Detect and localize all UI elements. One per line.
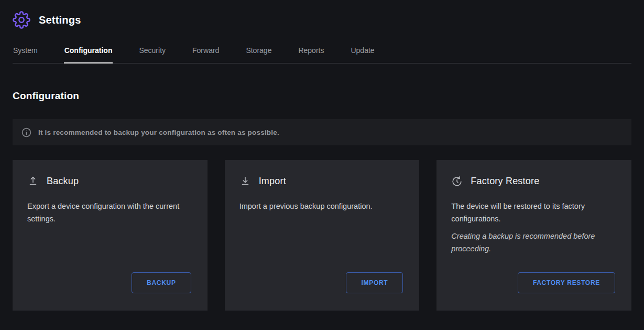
backup-card: Backup Export a device configuration wit… (13, 160, 208, 311)
import-button[interactable]: IMPORT (346, 272, 403, 293)
tab-forward[interactable]: Forward (192, 42, 220, 63)
backup-card-title: Backup (47, 176, 79, 187)
factory-restore-card-description: The device will be restored to its facto… (451, 200, 617, 226)
tab-security[interactable]: Security (138, 42, 166, 63)
recommendation-banner: It is recommended to backup your configu… (13, 119, 631, 145)
card-grid: Backup Export a device configuration wit… (13, 160, 631, 311)
factory-restore-card-header: Factory Restore (451, 175, 617, 187)
page-header: Settings (13, 0, 631, 33)
factory-restore-card-note: Creating a backup is recommended before … (451, 230, 617, 256)
settings-page: Settings System Configuration Security F… (0, 0, 644, 311)
section-title: Configuration (13, 90, 631, 102)
tab-system[interactable]: System (13, 42, 38, 63)
download-icon (239, 175, 251, 187)
backup-card-header: Backup (27, 175, 193, 187)
factory-restore-card: Factory Restore The device will be resto… (436, 160, 631, 311)
import-card-title: Import (259, 176, 286, 187)
backup-card-description: Export a device configuration with the c… (27, 200, 193, 226)
import-card-description: Import a previous backup configuration. (239, 200, 405, 213)
tab-update[interactable]: Update (350, 42, 375, 63)
import-card-header: Import (239, 175, 405, 187)
tab-configuration[interactable]: Configuration (64, 42, 113, 63)
upload-icon (27, 175, 39, 187)
backup-button[interactable]: BACKUP (132, 272, 191, 293)
gear-icon (13, 11, 30, 29)
import-card: Import Import a previous backup configur… (225, 160, 420, 311)
banner-text: It is recommended to backup your configu… (38, 129, 279, 136)
tab-reports[interactable]: Reports (298, 42, 324, 63)
tab-bar: System Configuration Security Forward St… (13, 42, 631, 63)
info-icon (21, 127, 31, 137)
factory-restore-button[interactable]: FACTORY RESTORE (518, 272, 615, 293)
tab-storage[interactable]: Storage (245, 42, 272, 63)
app-title: Settings (39, 14, 81, 26)
factory-restore-card-title: Factory Restore (471, 176, 539, 187)
restore-timer-icon (451, 175, 463, 187)
